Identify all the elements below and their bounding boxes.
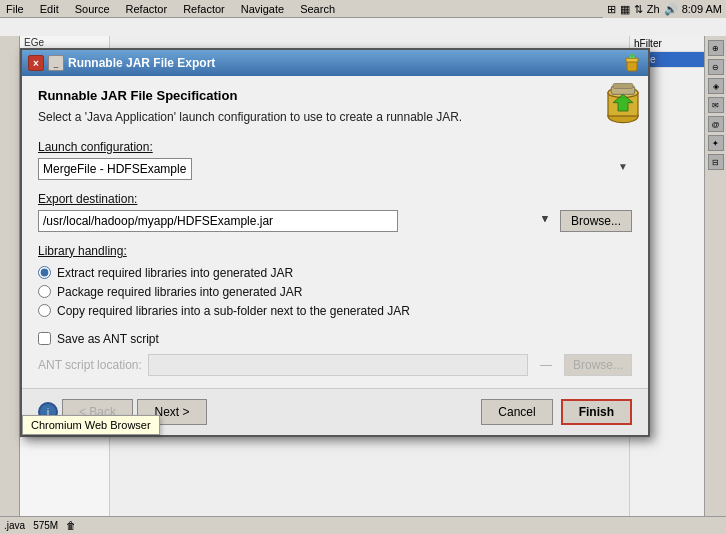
radio-package-input[interactable] (38, 285, 51, 298)
dialog-footer: Chromium Web Browser i < Back Next > Can… (22, 388, 648, 435)
radio-extract: Extract required libraries into generate… (38, 266, 632, 280)
dialog-minimize-button[interactable]: _ (48, 55, 64, 71)
finish-button[interactable]: Finish (561, 399, 632, 425)
dialog-title: Runnable JAR File Export (68, 56, 618, 70)
ant-dash: — (534, 358, 558, 372)
dialog-header: Runnable JAR File Specification (38, 88, 632, 103)
save-ant-label: Save as ANT script (57, 332, 159, 346)
radio-copy: Copy required libraries into a sub-folde… (38, 304, 632, 318)
launch-config-row: MergeFile - HDFSExample (38, 158, 632, 180)
sidebar-icon-4[interactable]: ✉ (708, 97, 724, 113)
status-bar: .java 575M 🗑 (0, 516, 726, 534)
library-handling-label: Library handling: (38, 244, 632, 258)
tray-time: 8:09 AM (682, 3, 722, 15)
dialog-content: Runnable JAR File Specification Select a… (22, 76, 648, 388)
radio-group-library: Extract required libraries into generate… (38, 266, 632, 318)
svg-rect-8 (613, 84, 633, 89)
dialog-description: Select a 'Java Application' launch confi… (38, 109, 558, 126)
system-tray: ⊞ ▦ ⇅ Zh 🔊 8:09 AM (603, 0, 726, 18)
sidebar-icon-2[interactable]: ⊖ (708, 59, 724, 75)
menu-edit[interactable]: Edit (38, 3, 61, 15)
menu-refactor1[interactable]: Refactor (124, 3, 170, 15)
tray-arrows-icon: ⇅ (634, 3, 643, 16)
export-dest-label: Export destination: (38, 192, 632, 206)
launch-config-dropdown-wrapper[interactable]: MergeFile - HDFSExample (38, 158, 632, 180)
launch-config-label: Launch configuration: (38, 140, 632, 154)
save-ant-checkbox[interactable] (38, 332, 51, 345)
tray-grid-icon: ⊞ (607, 3, 616, 16)
menu-refactor2[interactable]: Refactor (181, 3, 227, 15)
ant-location-input[interactable] (148, 354, 528, 376)
export-path-wrapper[interactable]: ▼ (38, 210, 554, 232)
status-java-label: .java (4, 520, 25, 531)
sidebar-icon-3[interactable]: ◈ (708, 78, 724, 94)
ant-browse-button[interactable]: Browse... (564, 354, 632, 376)
sidebar-icon-6[interactable]: ✦ (708, 135, 724, 151)
radio-extract-label: Extract required libraries into generate… (57, 266, 293, 280)
sidebar-icon-7[interactable]: ⊟ (708, 154, 724, 170)
sidebar-icon-1[interactable]: ⊕ (708, 40, 724, 56)
jar-icon-area (598, 76, 648, 129)
menu-source[interactable]: Source (73, 3, 112, 15)
cancel-button[interactable]: Cancel (481, 399, 552, 425)
ant-location-label: ANT script location: (38, 358, 142, 372)
export-dest-row: ▼ Browse... (38, 210, 632, 232)
tray-zh-icon: Zh (647, 3, 660, 15)
sidebar-icon-5[interactable]: @ (708, 116, 724, 132)
tray-volume-icon: 🔊 (664, 3, 678, 16)
dialog-runnable-jar: × _ Runnable JAR File Export (20, 48, 650, 437)
radio-extract-input[interactable] (38, 266, 51, 279)
menu-file[interactable]: File (4, 3, 26, 15)
tray-stack-icon: ▦ (620, 3, 630, 16)
svg-rect-1 (626, 58, 638, 62)
jar-title-icon (622, 53, 642, 73)
radio-copy-label: Copy required libraries into a sub-folde… (57, 304, 410, 318)
left-sidebar (0, 36, 20, 516)
launch-config-dropdown[interactable]: MergeFile - HDFSExample (38, 158, 192, 180)
browse-button[interactable]: Browse... (560, 210, 632, 232)
ide-background: EGe Sys fau erce eren .java hFilter hFil… (0, 18, 726, 534)
chromium-tooltip: Chromium Web Browser (22, 415, 160, 435)
menu-navigate[interactable]: Navigate (239, 3, 286, 15)
radio-copy-input[interactable] (38, 304, 51, 317)
export-path-input[interactable] (38, 210, 398, 232)
save-ant-row: Save as ANT script (38, 332, 632, 346)
radio-package-label: Package required libraries into generate… (57, 285, 302, 299)
status-trash-icon[interactable]: 🗑 (66, 520, 76, 531)
status-memory: 575M (33, 520, 58, 531)
sidebar-right: ⊕ ⊖ ◈ ✉ @ ✦ ⊟ (704, 36, 726, 534)
radio-package: Package required libraries into generate… (38, 285, 632, 299)
menu-search[interactable]: Search (298, 3, 337, 15)
ant-location-row: ANT script location: — Browse... (38, 354, 632, 376)
dialog-close-button[interactable]: × (28, 55, 44, 71)
dialog-titlebar: × _ Runnable JAR File Export (22, 50, 648, 76)
